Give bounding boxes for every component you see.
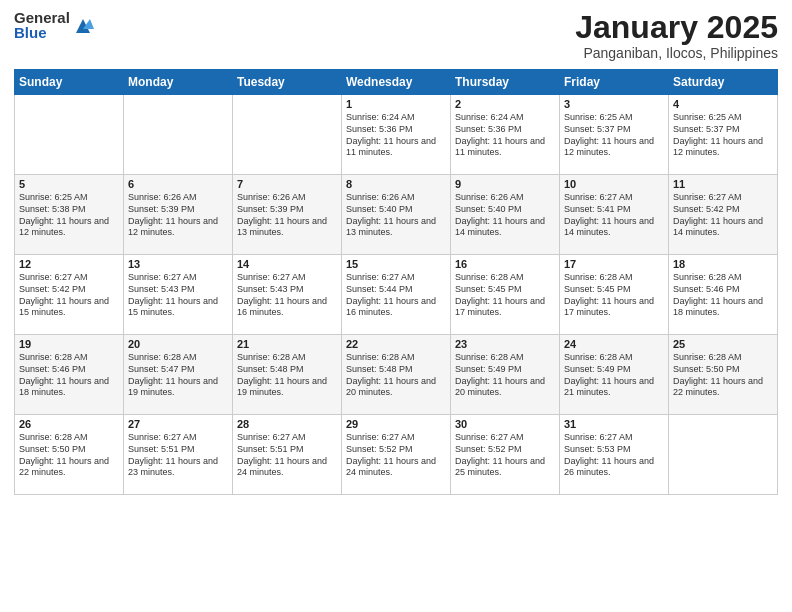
col-saturday: Saturday xyxy=(669,70,778,95)
day-info: Sunrise: 6:27 AM Sunset: 5:52 PM Dayligh… xyxy=(455,432,555,479)
day-info: Sunrise: 6:27 AM Sunset: 5:51 PM Dayligh… xyxy=(128,432,228,479)
table-row: 22Sunrise: 6:28 AM Sunset: 5:48 PM Dayli… xyxy=(342,335,451,415)
day-info: Sunrise: 6:27 AM Sunset: 5:43 PM Dayligh… xyxy=(128,272,228,319)
day-number: 16 xyxy=(455,258,555,270)
day-number: 6 xyxy=(128,178,228,190)
table-row: 13Sunrise: 6:27 AM Sunset: 5:43 PM Dayli… xyxy=(124,255,233,335)
day-number: 20 xyxy=(128,338,228,350)
col-tuesday: Tuesday xyxy=(233,70,342,95)
day-info: Sunrise: 6:27 AM Sunset: 5:44 PM Dayligh… xyxy=(346,272,446,319)
day-info: Sunrise: 6:27 AM Sunset: 5:52 PM Dayligh… xyxy=(346,432,446,479)
day-info: Sunrise: 6:28 AM Sunset: 5:49 PM Dayligh… xyxy=(564,352,664,399)
day-info: Sunrise: 6:28 AM Sunset: 5:50 PM Dayligh… xyxy=(19,432,119,479)
calendar-header-row: Sunday Monday Tuesday Wednesday Thursday… xyxy=(15,70,778,95)
table-row: 15Sunrise: 6:27 AM Sunset: 5:44 PM Dayli… xyxy=(342,255,451,335)
table-row xyxy=(233,95,342,175)
day-number: 26 xyxy=(19,418,119,430)
day-number: 19 xyxy=(19,338,119,350)
table-row: 2Sunrise: 6:24 AM Sunset: 5:36 PM Daylig… xyxy=(451,95,560,175)
day-number: 5 xyxy=(19,178,119,190)
table-row: 11Sunrise: 6:27 AM Sunset: 5:42 PM Dayli… xyxy=(669,175,778,255)
table-row: 5Sunrise: 6:25 AM Sunset: 5:38 PM Daylig… xyxy=(15,175,124,255)
day-number: 7 xyxy=(237,178,337,190)
day-info: Sunrise: 6:27 AM Sunset: 5:43 PM Dayligh… xyxy=(237,272,337,319)
day-info: Sunrise: 6:26 AM Sunset: 5:40 PM Dayligh… xyxy=(455,192,555,239)
title-area: January 2025 Panganiban, Ilocos, Philipp… xyxy=(575,10,778,61)
table-row: 17Sunrise: 6:28 AM Sunset: 5:45 PM Dayli… xyxy=(560,255,669,335)
table-row: 29Sunrise: 6:27 AM Sunset: 5:52 PM Dayli… xyxy=(342,415,451,495)
day-info: Sunrise: 6:28 AM Sunset: 5:47 PM Dayligh… xyxy=(128,352,228,399)
day-info: Sunrise: 6:28 AM Sunset: 5:46 PM Dayligh… xyxy=(19,352,119,399)
day-number: 29 xyxy=(346,418,446,430)
header: General Blue January 2025 Panganiban, Il… xyxy=(14,10,778,61)
table-row xyxy=(669,415,778,495)
day-info: Sunrise: 6:28 AM Sunset: 5:46 PM Dayligh… xyxy=(673,272,773,319)
day-number: 8 xyxy=(346,178,446,190)
day-number: 3 xyxy=(564,98,664,110)
day-info: Sunrise: 6:25 AM Sunset: 5:37 PM Dayligh… xyxy=(564,112,664,159)
calendar-week-row: 5Sunrise: 6:25 AM Sunset: 5:38 PM Daylig… xyxy=(15,175,778,255)
day-info: Sunrise: 6:28 AM Sunset: 5:50 PM Dayligh… xyxy=(673,352,773,399)
day-info: Sunrise: 6:25 AM Sunset: 5:38 PM Dayligh… xyxy=(19,192,119,239)
day-number: 11 xyxy=(673,178,773,190)
logo: General Blue xyxy=(14,10,94,40)
table-row: 12Sunrise: 6:27 AM Sunset: 5:42 PM Dayli… xyxy=(15,255,124,335)
title-location: Panganiban, Ilocos, Philippines xyxy=(575,45,778,61)
table-row xyxy=(124,95,233,175)
day-number: 2 xyxy=(455,98,555,110)
table-row xyxy=(15,95,124,175)
table-row: 16Sunrise: 6:28 AM Sunset: 5:45 PM Dayli… xyxy=(451,255,560,335)
table-row: 1Sunrise: 6:24 AM Sunset: 5:36 PM Daylig… xyxy=(342,95,451,175)
table-row: 3Sunrise: 6:25 AM Sunset: 5:37 PM Daylig… xyxy=(560,95,669,175)
calendar: Sunday Monday Tuesday Wednesday Thursday… xyxy=(14,69,778,495)
col-friday: Friday xyxy=(560,70,669,95)
day-info: Sunrise: 6:27 AM Sunset: 5:41 PM Dayligh… xyxy=(564,192,664,239)
logo-general: General xyxy=(14,10,70,25)
table-row: 19Sunrise: 6:28 AM Sunset: 5:46 PM Dayli… xyxy=(15,335,124,415)
day-number: 4 xyxy=(673,98,773,110)
day-info: Sunrise: 6:26 AM Sunset: 5:40 PM Dayligh… xyxy=(346,192,446,239)
day-info: Sunrise: 6:27 AM Sunset: 5:53 PM Dayligh… xyxy=(564,432,664,479)
table-row: 31Sunrise: 6:27 AM Sunset: 5:53 PM Dayli… xyxy=(560,415,669,495)
day-number: 10 xyxy=(564,178,664,190)
page: General Blue January 2025 Panganiban, Il… xyxy=(0,0,792,612)
day-number: 21 xyxy=(237,338,337,350)
logo-text: General Blue xyxy=(14,10,70,40)
day-number: 28 xyxy=(237,418,337,430)
col-sunday: Sunday xyxy=(15,70,124,95)
day-number: 24 xyxy=(564,338,664,350)
day-info: Sunrise: 6:28 AM Sunset: 5:48 PM Dayligh… xyxy=(237,352,337,399)
table-row: 30Sunrise: 6:27 AM Sunset: 5:52 PM Dayli… xyxy=(451,415,560,495)
table-row: 20Sunrise: 6:28 AM Sunset: 5:47 PM Dayli… xyxy=(124,335,233,415)
day-info: Sunrise: 6:26 AM Sunset: 5:39 PM Dayligh… xyxy=(237,192,337,239)
table-row: 14Sunrise: 6:27 AM Sunset: 5:43 PM Dayli… xyxy=(233,255,342,335)
title-month: January 2025 xyxy=(575,10,778,45)
calendar-week-row: 12Sunrise: 6:27 AM Sunset: 5:42 PM Dayli… xyxy=(15,255,778,335)
table-row: 24Sunrise: 6:28 AM Sunset: 5:49 PM Dayli… xyxy=(560,335,669,415)
day-number: 18 xyxy=(673,258,773,270)
day-number: 22 xyxy=(346,338,446,350)
day-number: 30 xyxy=(455,418,555,430)
table-row: 10Sunrise: 6:27 AM Sunset: 5:41 PM Dayli… xyxy=(560,175,669,255)
day-info: Sunrise: 6:27 AM Sunset: 5:42 PM Dayligh… xyxy=(673,192,773,239)
day-info: Sunrise: 6:25 AM Sunset: 5:37 PM Dayligh… xyxy=(673,112,773,159)
day-info: Sunrise: 6:26 AM Sunset: 5:39 PM Dayligh… xyxy=(128,192,228,239)
table-row: 6Sunrise: 6:26 AM Sunset: 5:39 PM Daylig… xyxy=(124,175,233,255)
table-row: 9Sunrise: 6:26 AM Sunset: 5:40 PM Daylig… xyxy=(451,175,560,255)
day-number: 12 xyxy=(19,258,119,270)
table-row: 23Sunrise: 6:28 AM Sunset: 5:49 PM Dayli… xyxy=(451,335,560,415)
day-number: 27 xyxy=(128,418,228,430)
day-number: 17 xyxy=(564,258,664,270)
table-row: 8Sunrise: 6:26 AM Sunset: 5:40 PM Daylig… xyxy=(342,175,451,255)
day-info: Sunrise: 6:28 AM Sunset: 5:45 PM Dayligh… xyxy=(564,272,664,319)
day-number: 14 xyxy=(237,258,337,270)
day-number: 23 xyxy=(455,338,555,350)
logo-blue: Blue xyxy=(14,25,70,40)
day-info: Sunrise: 6:27 AM Sunset: 5:42 PM Dayligh… xyxy=(19,272,119,319)
table-row: 7Sunrise: 6:26 AM Sunset: 5:39 PM Daylig… xyxy=(233,175,342,255)
day-number: 9 xyxy=(455,178,555,190)
day-number: 31 xyxy=(564,418,664,430)
table-row: 25Sunrise: 6:28 AM Sunset: 5:50 PM Dayli… xyxy=(669,335,778,415)
calendar-week-row: 26Sunrise: 6:28 AM Sunset: 5:50 PM Dayli… xyxy=(15,415,778,495)
day-number: 15 xyxy=(346,258,446,270)
